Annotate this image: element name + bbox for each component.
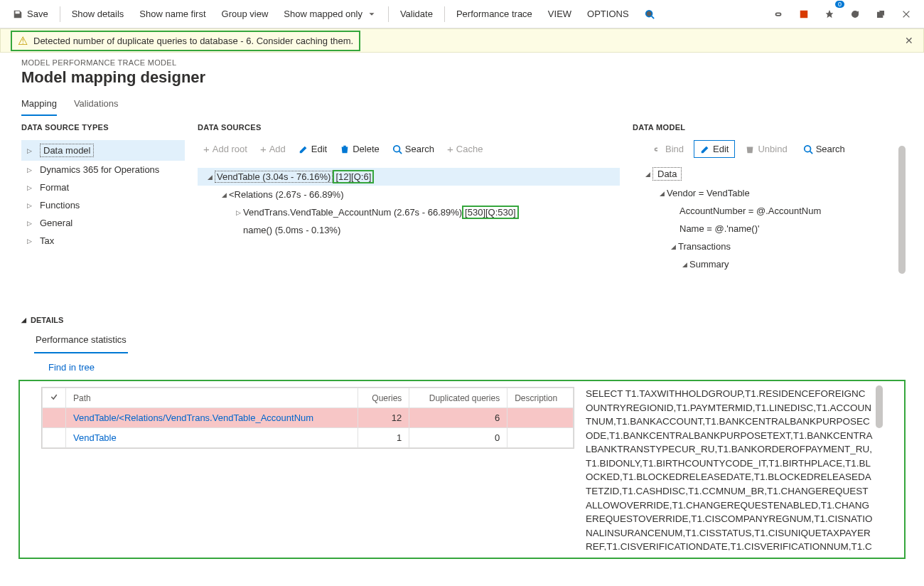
caret-icon[interactable]: ◢ xyxy=(679,261,689,268)
trash-icon xyxy=(745,144,755,154)
group-view-button[interactable]: Group view xyxy=(215,4,276,25)
tree-data[interactable]: ◢Data xyxy=(635,164,910,184)
tree-namefn[interactable]: name() (5.0ms - 0.13%) xyxy=(198,221,620,239)
unbind-button[interactable]: Unbind xyxy=(739,141,793,157)
caret-icon[interactable]: ◢ xyxy=(21,316,26,324)
dst-label: Dynamics 365 for Operations xyxy=(40,164,159,175)
tab-bar: Mapping Validations xyxy=(0,94,924,116)
notifications-button[interactable]: 0 xyxy=(817,4,842,25)
dst-item-format[interactable]: ▷Format xyxy=(21,179,185,196)
performance-trace-button[interactable]: Performance trace xyxy=(449,4,539,25)
tree-name[interactable]: Name = @.'name()' xyxy=(635,220,910,238)
dst-item-dynamics[interactable]: ▷Dynamics 365 for Operations xyxy=(21,161,185,179)
svg-line-1 xyxy=(651,16,654,18)
col-path[interactable]: Path xyxy=(66,388,358,408)
scrollbar[interactable] xyxy=(876,385,883,428)
dst-item-general[interactable]: ▷General xyxy=(21,214,185,232)
chevron-down-icon xyxy=(367,9,377,19)
refresh-button[interactable] xyxy=(843,4,867,25)
svg-point-8 xyxy=(804,145,810,151)
caret-icon: ▷ xyxy=(27,238,34,245)
col-queries[interactable]: Queries xyxy=(358,388,409,408)
link-icon-button[interactable] xyxy=(766,4,790,25)
dst-item-data-model[interactable]: ▷Data model xyxy=(21,140,185,161)
caret-icon[interactable]: ◢ xyxy=(657,190,667,197)
close-button[interactable] xyxy=(894,4,918,25)
separator xyxy=(60,6,60,22)
perf-grid: Path Queries Duplicated queries Descript… xyxy=(41,387,574,449)
caret-icon[interactable]: ◢ xyxy=(219,191,229,198)
tab-validations[interactable]: Validations xyxy=(74,94,119,116)
data-source-types-panel: DATA SOURCE TYPES ▷Data model ▷Dynamics … xyxy=(21,123,185,273)
performance-statistics-tab[interactable]: Performance statistics xyxy=(34,330,128,353)
save-icon xyxy=(13,9,23,19)
edit-label: Edit xyxy=(713,144,729,154)
tree-vendtable[interactable]: ◢ VendTable (3.04s - 76.16%)[12][Q:6] xyxy=(198,168,620,186)
show-mapped-only-button[interactable]: Show mapped only xyxy=(276,4,384,25)
add-button[interactable]: +Add xyxy=(254,140,291,158)
path-link[interactable]: VendTable/<Relations/VendTrans.VendTable… xyxy=(73,412,313,423)
tree-relations[interactable]: ◢ <Relations (2.67s - 66.89%) xyxy=(198,186,620,203)
office-icon-button[interactable] xyxy=(792,4,816,25)
tree-vendor[interactable]: ◢Vendor = VendTable xyxy=(635,184,910,202)
bind-label: Bind xyxy=(665,144,684,154)
toolbar: Save Show details Show name first Group … xyxy=(0,0,924,28)
select-all[interactable] xyxy=(43,388,66,408)
show-details-button[interactable]: Show details xyxy=(65,4,131,25)
sql-text: SELECT T1.TAXWITHHOLDGROUP,T1.RESIDENCEF… xyxy=(586,387,873,550)
tree-label: Summary xyxy=(689,259,729,270)
warning-icon: ⚠ xyxy=(18,34,28,48)
popout-icon xyxy=(876,9,886,19)
find-in-tree-link[interactable]: Find in tree xyxy=(21,359,903,380)
validate-button[interactable]: Validate xyxy=(393,4,440,25)
warning-bar: ⚠ Detected number of duplicate queries t… xyxy=(0,28,924,53)
tree-vendtrans[interactable]: ▷ VendTrans.VendTable_AccountNum (2.67s … xyxy=(198,203,620,221)
caret-icon[interactable]: ◢ xyxy=(643,171,652,178)
caret-icon[interactable]: ◢ xyxy=(205,174,215,181)
col-dup[interactable]: Duplicated queries xyxy=(409,388,507,408)
page-title: Model mapping designer xyxy=(0,67,924,94)
details-heading: DETAILS xyxy=(31,316,63,324)
ds-tree: ◢ VendTable (3.04s - 76.16%)[12][Q:6] ◢ … xyxy=(198,168,620,239)
tree-summary[interactable]: ◢Summary xyxy=(635,255,910,273)
scrollbar[interactable] xyxy=(898,146,906,274)
dst-item-functions[interactable]: ▷Functions xyxy=(21,196,185,214)
save-button[interactable]: Save xyxy=(6,4,55,25)
popout-button[interactable] xyxy=(869,4,893,25)
caret-icon[interactable]: ◢ xyxy=(668,243,678,250)
view-menu[interactable]: VIEW xyxy=(541,4,579,25)
add-root-button[interactable]: +Add root xyxy=(198,140,253,158)
svg-line-7 xyxy=(399,151,402,154)
path-link[interactable]: VendTable xyxy=(73,432,117,443)
pin-icon xyxy=(824,9,834,19)
cell-desc xyxy=(507,428,574,448)
search-icon xyxy=(803,144,813,154)
details-header[interactable]: ◢ DETAILS xyxy=(21,316,903,330)
delete-button[interactable]: Delete xyxy=(334,140,385,158)
edit-button[interactable]: Edit xyxy=(293,140,333,158)
tab-mapping[interactable]: Mapping xyxy=(21,94,57,116)
dm-edit-button[interactable]: Edit xyxy=(694,140,735,158)
ds-search-button[interactable]: Search xyxy=(387,140,440,158)
breadcrumb: MODEL PERFORMANCE TRACE MODEL xyxy=(0,53,924,67)
cell-queries: 1 xyxy=(358,428,409,448)
tree-account[interactable]: AccountNumber = @.AccountNum xyxy=(635,202,910,220)
dm-search-button[interactable]: Search xyxy=(797,141,851,157)
search-button[interactable] xyxy=(638,4,662,25)
options-menu[interactable]: OPTIONS xyxy=(580,4,636,25)
dm-tree: ◢Data ◢Vendor = VendTable AccountNumber … xyxy=(635,164,910,273)
dst-item-tax[interactable]: ▷Tax xyxy=(21,232,185,250)
warning-close-button[interactable]: ✕ xyxy=(905,35,913,46)
tree-transactions[interactable]: ◢Transactions xyxy=(635,238,910,255)
tree-label: name() (5.0ms - 0.13%) xyxy=(243,225,340,235)
caret-icon[interactable]: ▷ xyxy=(233,209,243,216)
search-label: Search xyxy=(405,144,434,154)
cache-button[interactable]: +Cache xyxy=(441,140,488,158)
bind-button[interactable]: Bind xyxy=(647,141,689,157)
grid-row[interactable]: VendTable 1 0 xyxy=(43,428,574,448)
col-desc[interactable]: Description xyxy=(507,388,574,408)
cell-dup: 0 xyxy=(409,428,507,448)
tree-label: Vendor = VendTable xyxy=(667,188,750,198)
grid-row[interactable]: VendTable/<Relations/VendTrans.VendTable… xyxy=(43,408,574,428)
show-name-first-button[interactable]: Show name first xyxy=(132,4,213,25)
